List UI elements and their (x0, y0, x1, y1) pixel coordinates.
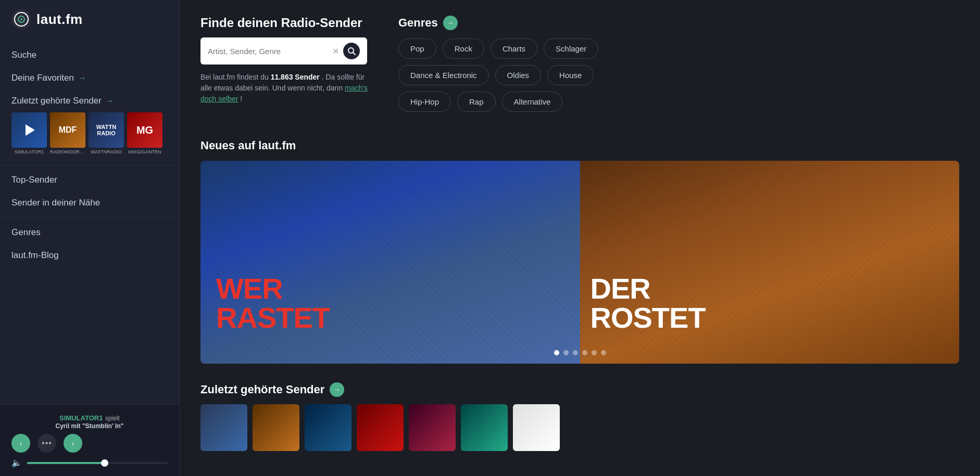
genre-house[interactable]: House (547, 65, 594, 85)
player-bar: SIMULATOR1 spielt Cyril mit "Stumblin' I… (0, 404, 179, 476)
recently-section: Zuletzt gehörte Sender → (200, 382, 959, 451)
sidebar-item-label: Suche (11, 50, 36, 60)
recent-thumb-6[interactable] (461, 404, 508, 451)
sidebar-item-sender-naehe[interactable]: Sender in deiner Nähe (0, 191, 179, 214)
recently-thumbs (200, 404, 959, 451)
search-input[interactable] (208, 47, 328, 56)
station-name: WATTNRADIO (89, 149, 124, 155)
svg-marker-3 (26, 124, 35, 136)
player-prev-button[interactable]: ‹ (11, 434, 30, 453)
recent-thumb-1[interactable] (200, 404, 247, 451)
player-track-name: "Stumblin' In" (82, 422, 124, 430)
player-station-line: SIMULATOR1 spielt (11, 413, 168, 422)
carousel-section: Neues auf laut.fm WER RASTET DER ROSTET (200, 139, 959, 364)
divider (0, 217, 179, 218)
genre-charts[interactable]: Charts (491, 38, 537, 59)
divider (0, 165, 179, 165)
sidebar-item-label: Zuletzt gehörte Sender (11, 96, 102, 106)
station-name: RADIOMOORD... (50, 149, 85, 155)
station-thumb-img: MG (127, 112, 162, 148)
genre-rap[interactable]: Rap (457, 92, 496, 112)
station-thumb-wattnradio[interactable]: WATTNRADIO WATTNRADIO (89, 112, 124, 155)
carousel-dot-4[interactable] (582, 350, 587, 355)
top-row: Finde deinen Radio-Sender ✕ Bei laut.fm … (200, 16, 959, 120)
station-thumb-radiomoord[interactable]: MDF RADIOMOORD... (50, 112, 85, 155)
carousel-left-text: WER RASTET (216, 274, 330, 332)
recent-thumb-7[interactable] (513, 404, 560, 451)
genre-alternative[interactable]: Alternative (502, 92, 563, 112)
sidebar-item-label: Genres (11, 227, 41, 237)
sidebar-item-label: Top-Sender (11, 175, 57, 185)
genre-rock[interactable]: Rock (443, 38, 484, 59)
sidebar-item-label: Sender in deiner Nähe (11, 198, 100, 208)
carousel-image: WER RASTET DER ROSTET (200, 161, 959, 364)
station-thumb-mixgiganten[interactable]: MG MIXGIGANTEN (127, 112, 162, 155)
station-thumb-img: MDF (50, 112, 85, 148)
sidebar-item-top-sender[interactable]: Top-Sender (0, 169, 179, 191)
station-name: SIMULATOR1 (11, 149, 47, 155)
arrow-icon: → (106, 96, 114, 106)
recently-header: Zuletzt gehörte Sender → (200, 382, 959, 397)
carousel-dot-1[interactable] (554, 350, 559, 355)
player-playing-label: spielt (105, 415, 120, 422)
station-thumb-simulator1[interactable]: SIMULATOR1 (11, 112, 47, 155)
carousel-dot-2[interactable] (563, 350, 569, 355)
carousel-dots (554, 350, 606, 355)
genres-row-3: Hip-Hop Rap Alternative (398, 92, 959, 112)
carousel-right-text: DER ROSTET (590, 274, 706, 332)
sidebar-item-label: Deine Favoriten (11, 73, 74, 83)
carousel-text-line1: WER (216, 274, 330, 303)
sidebar-item-genres[interactable]: Genres (0, 221, 179, 244)
carousel-header: Neues auf laut.fm (200, 139, 959, 152)
clear-icon[interactable]: ✕ (332, 46, 339, 56)
search-desc-end: ! (240, 95, 242, 103)
search-desc-pre: Bei laut.fm findest du (200, 73, 271, 81)
genre-oldies[interactable]: Oldies (495, 65, 542, 85)
carousel-title: Neues auf laut.fm (200, 139, 296, 152)
recent-thumb-5[interactable] (409, 404, 456, 451)
carousel-right-line2: ROSTET (590, 303, 706, 332)
genres-row-1: Pop Rock Charts Schlager (398, 38, 959, 59)
carousel-dot-3[interactable] (573, 350, 578, 355)
recently-title: Zuletzt gehörte Sender (200, 383, 324, 396)
svg-point-2 (20, 18, 22, 20)
genres-section: Genres → Pop Rock Charts Schlager Dance … (398, 16, 959, 112)
player-station-name: SIMULATOR1 (59, 414, 103, 422)
carousel-text-line2: RASTET (216, 303, 330, 332)
search-section: Finde deinen Radio-Sender ✕ Bei laut.fm … (200, 16, 378, 105)
genre-schlager[interactable]: Schlager (544, 38, 598, 59)
carousel-wrapper[interactable]: WER RASTET DER ROSTET (200, 161, 959, 364)
genres-title: Genres (398, 16, 438, 30)
volume-icon: 🔈 (11, 458, 22, 468)
carousel-dot-5[interactable] (592, 350, 597, 355)
volume-bar: 🔈 (11, 458, 168, 468)
sidebar-item-zuletzt[interactable]: Zuletzt gehörte Sender → (0, 89, 179, 109)
genre-pop[interactable]: Pop (398, 38, 436, 59)
player-track-pre: mit (71, 422, 82, 430)
genre-dance[interactable]: Dance & Electronic (398, 65, 489, 85)
player-menu-button[interactable]: ••• (37, 434, 56, 453)
logo[interactable]: laut.fm (0, 0, 179, 38)
station-name: MIXGIGANTEN (127, 149, 162, 155)
sidebar-nav: Suche Deine Favoriten → Zuletzt gehörte … (0, 38, 179, 404)
sidebar-item-blog[interactable]: laut.fm-Blog (0, 244, 179, 267)
recent-thumb-2[interactable] (253, 404, 299, 451)
volume-track[interactable] (27, 462, 168, 464)
station-thumbnails: SIMULATOR1 MDF RADIOMOORD... WATTNRADIO … (0, 109, 179, 162)
sidebar-item-favoriten[interactable]: Deine Favoriten → (0, 67, 179, 89)
recent-thumb-3[interactable] (305, 404, 351, 451)
player-next-button[interactable]: › (64, 434, 82, 453)
sidebar-item-suche[interactable]: Suche (0, 44, 179, 67)
search-button[interactable] (343, 43, 360, 59)
volume-knob[interactable] (101, 459, 108, 467)
svg-line-5 (353, 53, 355, 55)
carousel-dot-6[interactable] (601, 350, 606, 355)
genre-hiphop[interactable]: Hip-Hop (398, 92, 451, 112)
recent-thumb-4[interactable] (357, 404, 404, 451)
recently-arrow-button[interactable]: → (330, 382, 344, 397)
player-info: SIMULATOR1 spielt Cyril mit "Stumblin' I… (11, 413, 168, 430)
genres-arrow-button[interactable]: → (443, 16, 458, 30)
sidebar: laut.fm Suche Deine Favoriten → Zuletzt … (0, 0, 180, 476)
logo-icon (11, 9, 31, 29)
volume-fill (27, 462, 105, 464)
